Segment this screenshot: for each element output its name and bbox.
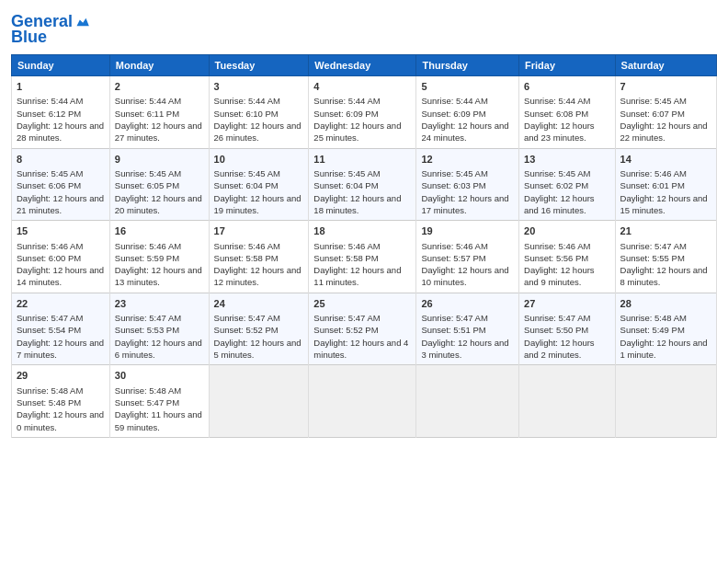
calendar-cell [519,365,616,438]
calendar-cell: 27Sunrise: 5:47 AMSunset: 5:50 PMDayligh… [519,293,616,365]
sunrise-text: Sunrise: 5:45 AM [313,168,380,178]
calendar-cell: 20Sunrise: 5:46 AMSunset: 5:56 PMDayligh… [519,221,616,293]
day-number: 7 [620,80,711,94]
daylight-text: Daylight: 12 hours and 18 minutes. [313,193,401,215]
daylight-text: Daylight: 11 hours and 59 minutes. [115,409,202,431]
calendar-cell [615,365,716,438]
header-area: General Blue [11,9,717,47]
sunset-text: Sunset: 6:12 PM [17,109,81,119]
calendar-cell: 23Sunrise: 5:47 AMSunset: 5:53 PMDayligh… [109,293,209,365]
day-number: 5 [421,80,514,94]
header-day-thursday: Thursday [416,55,519,76]
calendar-cell [416,365,519,438]
day-number: 3 [214,80,304,94]
daylight-text: Daylight: 12 hours and 25 minutes. [313,121,401,143]
calendar-cell: 11Sunrise: 5:45 AMSunset: 6:04 PMDayligh… [309,148,416,221]
calendar-header-row: SundayMondayTuesdayWednesdayThursdayFrid… [12,55,717,76]
daylight-text: Daylight: 12 hours and 20 minutes. [115,193,202,215]
daylight-text: Daylight: 12 hours and 21 minutes. [17,193,104,215]
sunset-text: Sunset: 6:04 PM [214,180,279,190]
sunrise-text: Sunrise: 5:46 AM [620,168,687,178]
daylight-text: Daylight: 12 hours and 16 minutes. [524,193,595,215]
sunset-text: Sunset: 5:47 PM [115,397,179,408]
day-number: 19 [421,224,514,238]
daylight-text: Daylight: 12 hours and 0 minutes. [17,409,104,431]
day-number: 18 [313,224,411,238]
calendar-cell: 30Sunrise: 5:48 AMSunset: 5:47 PMDayligh… [109,365,209,438]
calendar-cell: 22Sunrise: 5:47 AMSunset: 5:54 PMDayligh… [12,293,110,365]
header-day-sunday: Sunday [12,55,110,76]
sunset-text: Sunset: 5:52 PM [214,325,279,335]
sunrise-text: Sunrise: 5:47 AM [115,313,181,323]
sunrise-text: Sunrise: 5:46 AM [524,241,590,251]
day-number: 14 [620,153,711,167]
sunrise-text: Sunrise: 5:47 AM [620,241,687,251]
calendar-cell: 21Sunrise: 5:47 AMSunset: 5:55 PMDayligh… [615,221,716,293]
daylight-text: Daylight: 12 hours and 1 minute. [620,338,708,360]
sunset-text: Sunset: 5:55 PM [620,253,685,263]
sunrise-text: Sunrise: 5:47 AM [17,313,83,323]
header-day-friday: Friday [519,55,616,76]
sunrise-text: Sunrise: 5:48 AM [620,313,687,323]
sunrise-text: Sunrise: 5:46 AM [115,241,181,251]
calendar-cell: 28Sunrise: 5:48 AMSunset: 5:49 PMDayligh… [615,293,716,365]
day-number: 9 [115,153,204,167]
day-number: 11 [313,153,411,167]
calendar-cell: 25Sunrise: 5:47 AMSunset: 5:52 PMDayligh… [309,293,416,365]
sunrise-text: Sunrise: 5:44 AM [524,96,590,106]
calendar-cell: 1Sunrise: 5:44 AMSunset: 6:12 PMDaylight… [12,76,110,149]
sunset-text: Sunset: 6:04 PM [313,180,378,190]
day-number: 26 [421,297,514,311]
daylight-text: Daylight: 12 hours and 23 minutes. [524,121,595,143]
sunset-text: Sunset: 5:59 PM [115,253,179,263]
sunset-text: Sunset: 5:51 PM [421,325,485,335]
header-day-tuesday: Tuesday [209,55,309,76]
logo-icon [74,13,93,31]
calendar-cell: 12Sunrise: 5:45 AMSunset: 6:03 PMDayligh… [416,148,519,221]
page-container: General Blue SundayMondayTuesdayWednesda… [0,0,728,447]
sunrise-text: Sunrise: 5:46 AM [421,241,487,251]
daylight-text: Daylight: 12 hours and 3 minutes. [421,338,508,360]
sunset-text: Sunset: 5:48 PM [17,397,81,408]
sunrise-text: Sunrise: 5:46 AM [313,241,380,251]
daylight-text: Daylight: 12 hours and 17 minutes. [421,193,508,215]
calendar-week-row: 15Sunrise: 5:46 AMSunset: 6:00 PMDayligh… [12,221,717,293]
calendar-cell: 29Sunrise: 5:48 AMSunset: 5:48 PMDayligh… [12,365,110,438]
sunrise-text: Sunrise: 5:44 AM [214,96,280,106]
daylight-text: Daylight: 12 hours and 24 minutes. [421,121,508,143]
day-number: 20 [524,224,610,238]
day-number: 4 [313,80,411,94]
daylight-text: Daylight: 12 hours and 15 minutes. [620,193,708,215]
calendar-cell [209,365,309,438]
calendar-cell: 13Sunrise: 5:45 AMSunset: 6:02 PMDayligh… [519,148,616,221]
sunset-text: Sunset: 6:11 PM [115,109,179,119]
day-number: 24 [214,297,304,311]
day-number: 13 [524,153,610,167]
day-number: 28 [620,297,711,311]
day-number: 23 [115,297,204,311]
sunset-text: Sunset: 6:00 PM [17,253,81,263]
sunset-text: Sunset: 5:50 PM [524,325,588,335]
sunset-text: Sunset: 6:06 PM [17,180,81,190]
sunrise-text: Sunrise: 5:44 AM [17,96,83,106]
sunrise-text: Sunrise: 5:47 AM [421,313,487,323]
day-number: 1 [17,80,105,94]
daylight-text: Daylight: 12 hours and 8 minutes. [620,265,708,287]
daylight-text: Daylight: 12 hours and 26 minutes. [214,121,301,143]
sunrise-text: Sunrise: 5:48 AM [17,385,83,396]
calendar-cell [309,365,416,438]
sunset-text: Sunset: 5:53 PM [115,325,179,335]
daylight-text: Daylight: 12 hours and 19 minutes. [214,193,301,215]
sunset-text: Sunset: 6:10 PM [214,109,279,119]
sunset-text: Sunset: 5:58 PM [214,253,279,263]
header-day-wednesday: Wednesday [309,55,416,76]
sunrise-text: Sunrise: 5:45 AM [115,168,181,178]
calendar-cell: 3Sunrise: 5:44 AMSunset: 6:10 PMDaylight… [209,76,309,149]
sunset-text: Sunset: 5:58 PM [313,253,378,263]
sunset-text: Sunset: 6:01 PM [620,180,685,190]
daylight-text: Daylight: 12 hours and 11 minutes. [313,265,401,287]
daylight-text: Daylight: 12 hours and 12 minutes. [214,265,301,287]
sunset-text: Sunset: 5:57 PM [421,253,485,263]
sunset-text: Sunset: 6:05 PM [115,180,179,190]
day-number: 29 [17,369,105,383]
